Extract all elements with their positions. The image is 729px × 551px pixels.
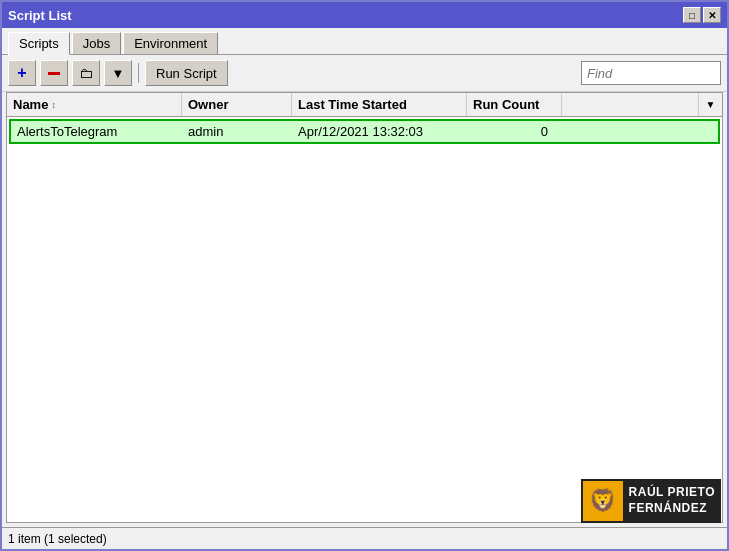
column-header-owner: Owner — [182, 93, 292, 116]
cell-owner: admin — [182, 121, 292, 142]
column-header-name: Name ↕ — [7, 93, 182, 116]
toolbar-divider — [138, 63, 139, 83]
column-header-run-count: Run Count — [467, 93, 562, 116]
sort-icon-name: ↕ — [51, 100, 56, 110]
folder-icon: 🗀 — [79, 65, 93, 81]
tab-jobs[interactable]: Jobs — [72, 32, 121, 54]
folder-button[interactable]: 🗀 — [72, 60, 100, 86]
table-container: Name ↕ Owner Last Time Started Run Count… — [6, 92, 723, 523]
cell-last-started: Apr/12/2021 13:32:03 — [292, 121, 465, 142]
table-row[interactable]: AlertsToTelegram admin Apr/12/2021 13:32… — [9, 119, 720, 144]
remove-icon — [48, 72, 60, 75]
filter-button[interactable]: ▼ — [104, 60, 132, 86]
cell-name: AlertsToTelegram — [11, 121, 182, 142]
watermark-text: RAÚL PRIETOFERNÁNDEZ — [629, 485, 715, 516]
find-input[interactable] — [581, 61, 721, 85]
filter-icon: ▼ — [112, 66, 125, 81]
watermark: 🦁 RAÚL PRIETOFERNÁNDEZ — [581, 479, 721, 523]
maximize-button[interactable]: □ — [683, 7, 701, 23]
tab-scripts[interactable]: Scripts — [8, 32, 70, 55]
watermark-icon: 🦁 — [583, 481, 623, 521]
run-script-button[interactable]: Run Script — [145, 60, 228, 86]
status-text: 1 item (1 selected) — [8, 532, 107, 546]
close-button[interactable]: ✕ — [703, 7, 721, 23]
tabs-bar: Scripts Jobs Environment — [2, 28, 727, 55]
tab-environment[interactable]: Environment — [123, 32, 218, 54]
title-bar: Script List □ ✕ — [2, 2, 727, 28]
add-button[interactable]: + — [8, 60, 36, 86]
cell-run-count: 0 — [465, 121, 558, 142]
main-window: Script List □ ✕ Scripts Jobs Environment… — [0, 0, 729, 551]
dropdown-icon: ▼ — [706, 99, 716, 110]
column-dropdown-button[interactable]: ▼ — [698, 93, 722, 116]
column-header-last-started: Last Time Started — [292, 93, 467, 116]
window-title: Script List — [8, 8, 72, 23]
remove-button[interactable] — [40, 60, 68, 86]
status-bar: 1 item (1 selected) — [2, 527, 727, 549]
toolbar: + 🗀 ▼ Run Script — [2, 55, 727, 92]
title-bar-buttons: □ ✕ — [683, 7, 721, 23]
table-header: Name ↕ Owner Last Time Started Run Count… — [7, 93, 722, 117]
add-icon: + — [17, 64, 26, 82]
